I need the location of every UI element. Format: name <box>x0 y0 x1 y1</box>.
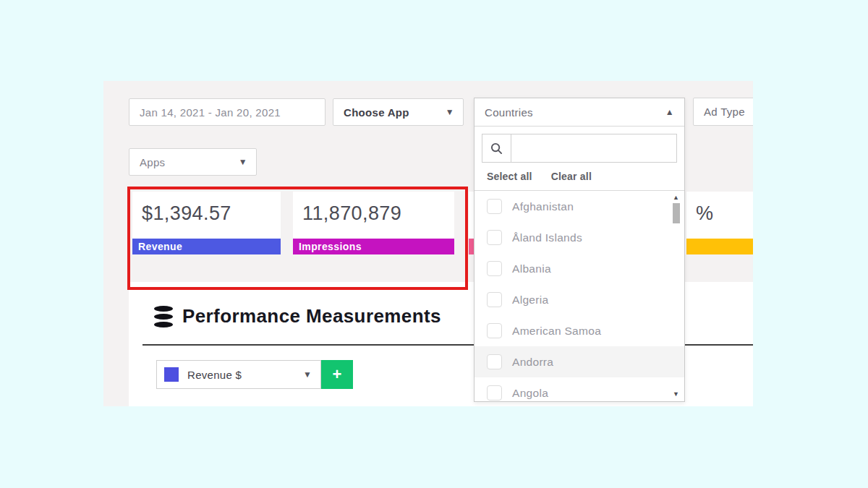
checkbox[interactable] <box>487 323 502 338</box>
metric-value: % <box>686 192 753 225</box>
apps-label: Apps <box>140 156 165 168</box>
metric-color-swatch <box>164 367 179 382</box>
database-icon <box>154 306 173 328</box>
chevron-down-icon: ▼ <box>303 369 312 380</box>
country-label: American Samoa <box>512 325 601 338</box>
metric-card-impressions: 11,870,879 Impressions <box>293 192 454 254</box>
scrollbar-thumb[interactable] <box>673 203 680 223</box>
country-row[interactable]: Andorra <box>475 346 684 377</box>
metric-label-bar <box>686 239 753 254</box>
choose-app-label: Choose App <box>344 106 409 119</box>
country-label: Åland Islands <box>512 231 582 244</box>
metric-value: 11,870,879 <box>293 192 454 225</box>
dashboard-panel: Choose App ▼ Apps ▼ Ad Type $1,394.57 Re… <box>103 81 753 406</box>
choose-app-dropdown[interactable]: Choose App ▼ <box>333 98 464 126</box>
checkbox[interactable] <box>487 261 502 276</box>
checkbox[interactable] <box>487 292 502 307</box>
ad-type-label: Ad Type <box>704 106 745 118</box>
countries-scrollbar[interactable]: ▲ ▼ <box>671 194 681 398</box>
metric-card-revenue: $1,394.57 Revenue <box>132 192 281 254</box>
country-label: Andorra <box>512 356 553 369</box>
countries-dropdown-header[interactable]: Countries ▲ <box>475 98 684 127</box>
checkbox[interactable] <box>487 385 502 401</box>
countries-search-box <box>482 134 677 163</box>
country-row[interactable]: Angola <box>475 377 684 402</box>
metric-selector-label: Revenue $ <box>187 369 303 381</box>
scroll-up-icon[interactable]: ▲ <box>673 194 679 201</box>
checkbox[interactable] <box>487 199 502 214</box>
date-range-input[interactable] <box>129 99 325 125</box>
date-range-picker[interactable] <box>129 98 326 126</box>
checkbox[interactable] <box>487 354 502 369</box>
metric-label-bar: Revenue <box>132 239 281 254</box>
country-label: Algeria <box>512 294 548 307</box>
countries-search-input[interactable] <box>511 134 676 162</box>
country-row[interactable]: Åland Islands <box>475 222 684 253</box>
apps-dropdown[interactable]: Apps ▼ <box>129 148 257 176</box>
metric-card-percent: % <box>686 192 753 254</box>
country-label: Afghanistan <box>512 200 574 213</box>
checkbox[interactable] <box>487 230 502 245</box>
metric-label-bar: Impressions <box>293 239 454 254</box>
chevron-down-icon: ▼ <box>239 157 247 167</box>
search-icon <box>482 134 511 162</box>
country-list: AfghanistanÅland IslandsAlbaniaAlgeriaAm… <box>475 190 684 402</box>
country-row[interactable]: Algeria <box>475 284 684 315</box>
country-row[interactable]: Albania <box>475 253 684 284</box>
metric-selector-dropdown[interactable]: Revenue $ ▼ <box>156 360 321 389</box>
section-title: Performance Measurements <box>182 305 441 328</box>
country-row[interactable]: American Samoa <box>475 315 684 346</box>
scroll-down-icon[interactable]: ▼ <box>673 390 679 398</box>
country-label: Albania <box>512 262 551 275</box>
clear-all-link[interactable]: Clear all <box>551 171 592 182</box>
countries-label: Countries <box>485 106 533 119</box>
add-metric-button[interactable]: + <box>321 360 353 389</box>
select-all-link[interactable]: Select all <box>487 171 532 182</box>
country-row[interactable]: Afghanistan <box>475 191 684 222</box>
country-label: Angola <box>512 387 548 400</box>
countries-dropdown-panel: Countries ▲ Select all Clear all Afghani… <box>474 98 685 402</box>
ad-type-dropdown[interactable]: Ad Type <box>693 98 753 126</box>
metric-value: $1,394.57 <box>132 192 281 225</box>
chevron-up-icon: ▲ <box>665 107 674 117</box>
chevron-down-icon: ▼ <box>446 107 454 117</box>
